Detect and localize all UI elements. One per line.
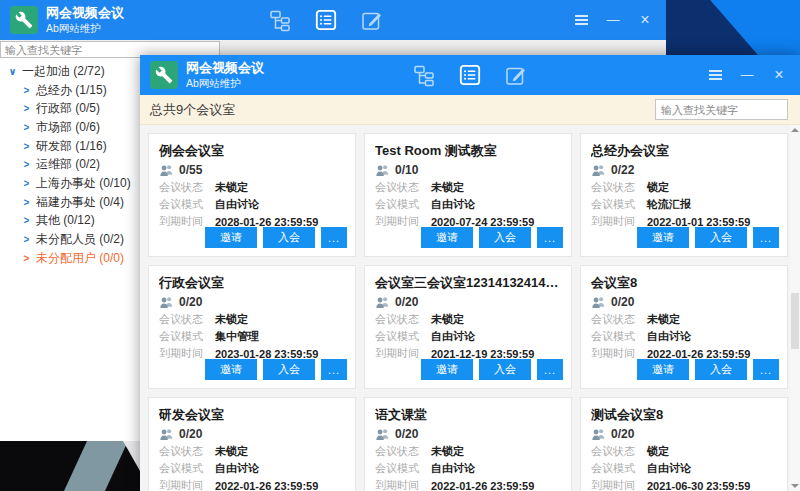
tree-item[interactable]: > 未分配用户 (0/0): [0, 249, 140, 268]
mode-label: 会议模式: [159, 197, 215, 212]
tree-item[interactable]: > 运维部 (0/2): [0, 155, 140, 174]
status-value: 未锁定: [215, 312, 248, 327]
chevron-icon: >: [21, 253, 32, 264]
status-label: 会议状态: [159, 180, 215, 195]
member-count-row: 0/10: [375, 161, 561, 179]
room-card[interactable]: 行政会议室 0/20 会议状态 未锁定 会议模式 集中管理 到期时间 2023-…: [148, 265, 356, 389]
scrollbar-thumb[interactable]: [791, 293, 799, 349]
status-label: 会议状态: [159, 312, 215, 327]
tree-item[interactable]: > 上海办事处 (0/10): [0, 174, 140, 193]
mode-label: 会议模式: [159, 329, 215, 344]
mode-value: 自由讨论: [647, 461, 691, 476]
mode-value: 自由讨论: [215, 197, 259, 212]
invite-button[interactable]: 邀请: [421, 359, 473, 380]
member-count-row: 0/20: [591, 425, 777, 443]
room-card[interactable]: 总经办会议室 0/22 会议状态 锁定 会议模式 轮流汇报 到期时间 2022-…: [580, 133, 788, 257]
meeting-rooms-titlebar: 网会视频会议 Ab网站维护: [140, 55, 800, 95]
menu-icon[interactable]: [704, 64, 726, 86]
room-card[interactable]: 研发会议室 0/20 会议状态 未锁定 会议模式 自由讨论 到期时间 2022-…: [148, 397, 356, 491]
scroll-down-arrow-icon[interactable]: [791, 484, 799, 488]
scrollbar[interactable]: [790, 125, 800, 491]
meeting-room-list-icon[interactable]: [458, 63, 482, 87]
org-chart-icon[interactable]: [412, 63, 436, 87]
tree-item[interactable]: > 市场部 (0/6): [0, 118, 140, 137]
members-icon: [159, 163, 174, 177]
tree-item[interactable]: > 总经办 (1/15): [0, 81, 140, 100]
compose-icon[interactable]: [504, 63, 528, 87]
more-button[interactable]: ...: [753, 359, 779, 380]
more-button[interactable]: ...: [537, 227, 563, 248]
members-icon: [591, 295, 606, 309]
mode-label: 会议模式: [375, 329, 431, 344]
member-count: 0/20: [179, 427, 202, 441]
chevron-icon: >: [21, 103, 32, 114]
tree-item[interactable]: > 未分配人员 (0/2): [0, 230, 140, 249]
scroll-up-arrow-icon[interactable]: [791, 128, 799, 132]
invite-button[interactable]: 邀请: [637, 359, 689, 380]
more-button[interactable]: ...: [321, 359, 347, 380]
close-button[interactable]: ×: [768, 64, 790, 86]
room-card[interactable]: 语文课堂 0/20 会议状态 未锁定 会议模式 自由讨论 到期时间 2022-0…: [364, 397, 572, 491]
member-count-row: 0/20: [159, 293, 345, 311]
join-button[interactable]: 入会: [479, 227, 531, 248]
join-button[interactable]: 入会: [263, 227, 315, 248]
chevron-icon: >: [21, 215, 32, 226]
status-value: 锁定: [647, 180, 669, 195]
meeting-room-list-icon[interactable]: [314, 8, 338, 32]
card-actions: 邀请 入会 ...: [205, 227, 347, 248]
wrench-app-logo-icon: [150, 61, 178, 89]
expire-label: 到期时间: [375, 478, 431, 491]
more-button[interactable]: ...: [321, 227, 347, 248]
join-button[interactable]: 入会: [695, 227, 747, 248]
tree-item[interactable]: > 研发部 (1/16): [0, 137, 140, 156]
room-card[interactable]: 会议室三会议室123141324141三会... 0/20 会议状态 未锁定 会…: [364, 265, 572, 389]
room-search-input[interactable]: [655, 99, 788, 120]
mode-value: 自由讨论: [431, 197, 475, 212]
room-card[interactable]: 例会会议室 0/55 会议状态 未锁定 会议模式 自由讨论 到期时间 2028-…: [148, 133, 356, 257]
tree-item[interactable]: > 其他 (0/12): [0, 212, 140, 231]
invite-button[interactable]: 邀请: [637, 227, 689, 248]
mode-value: 自由讨论: [215, 461, 259, 476]
join-button[interactable]: 入会: [479, 359, 531, 380]
invite-button[interactable]: 邀请: [205, 359, 257, 380]
invite-button[interactable]: 邀请: [421, 227, 473, 248]
room-card[interactable]: 测试会议室8 0/20 会议状态 锁定 会议模式 自由讨论 到期时间 2021-…: [580, 397, 788, 491]
mode-value: 自由讨论: [647, 329, 691, 344]
chevron-icon: >: [21, 85, 32, 96]
members-icon: [375, 427, 390, 441]
toolbar: [268, 8, 384, 32]
join-button[interactable]: 入会: [695, 359, 747, 380]
app-subtitle: Ab网站维护: [186, 76, 264, 90]
more-button[interactable]: ...: [753, 227, 779, 248]
member-count: 0/20: [395, 427, 418, 441]
contacts-titlebar: 网会视频会议 Ab网站维护: [0, 0, 666, 40]
invite-button[interactable]: 邀请: [205, 227, 257, 248]
members-icon: [159, 427, 174, 441]
minimize-button[interactable]: —: [736, 64, 758, 86]
chevron-icon: >: [21, 178, 32, 189]
join-button[interactable]: 入会: [263, 359, 315, 380]
chevron-icon: >: [21, 197, 32, 208]
tree-item[interactable]: > 行政部 (0/5): [0, 99, 140, 118]
mode-label: 会议模式: [375, 197, 431, 212]
mode-label: 会议模式: [159, 461, 215, 476]
room-card[interactable]: Test Room 测试教室 0/10 会议状态 未锁定 会议模式 自由讨论 到…: [364, 133, 572, 257]
mode-label: 会议模式: [375, 461, 431, 476]
room-name: 总经办会议室: [591, 142, 777, 160]
member-count: 0/22: [611, 163, 634, 177]
tree-item[interactable]: ∨ 一起加油 (2/72): [0, 62, 140, 81]
compose-icon[interactable]: [360, 8, 384, 32]
menu-icon[interactable]: [570, 9, 592, 31]
toolbar: [412, 63, 528, 87]
room-name: 行政会议室: [159, 274, 345, 292]
member-count-row: 0/20: [591, 293, 777, 311]
more-button[interactable]: ...: [537, 359, 563, 380]
close-button[interactable]: ×: [634, 9, 656, 31]
room-card[interactable]: 会议室8 0/20 会议状态 未锁定 会议模式 自由讨论 到期时间 2022-0…: [580, 265, 788, 389]
status-label: 会议状态: [591, 180, 647, 195]
minimize-button[interactable]: —: [602, 9, 624, 31]
org-chart-icon[interactable]: [268, 8, 292, 32]
tree-item-label: 上海办事处 (0/10): [36, 175, 131, 192]
tree-item[interactable]: > 福建办事处 (0/4): [0, 193, 140, 212]
chevron-icon: >: [21, 234, 32, 245]
